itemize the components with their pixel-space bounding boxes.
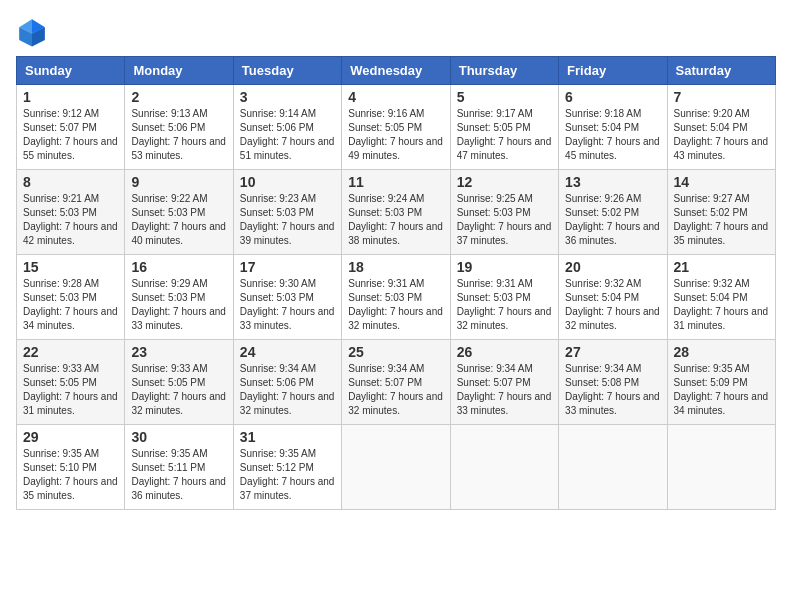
day-info: Sunrise: 9:28 AMSunset: 5:03 PMDaylight:… bbox=[23, 277, 118, 333]
calendar-cell bbox=[559, 425, 667, 510]
calendar-cell: 16 Sunrise: 9:29 AMSunset: 5:03 PMDaylig… bbox=[125, 255, 233, 340]
day-number: 7 bbox=[674, 89, 769, 105]
day-info: Sunrise: 9:35 AMSunset: 5:11 PMDaylight:… bbox=[131, 447, 226, 503]
day-info: Sunrise: 9:32 AMSunset: 5:04 PMDaylight:… bbox=[565, 277, 660, 333]
day-number: 2 bbox=[131, 89, 226, 105]
day-number: 31 bbox=[240, 429, 335, 445]
calendar-cell: 13 Sunrise: 9:26 AMSunset: 5:02 PMDaylig… bbox=[559, 170, 667, 255]
day-number: 3 bbox=[240, 89, 335, 105]
day-number: 21 bbox=[674, 259, 769, 275]
day-info: Sunrise: 9:13 AMSunset: 5:06 PMDaylight:… bbox=[131, 107, 226, 163]
calendar-header-row: SundayMondayTuesdayWednesdayThursdayFrid… bbox=[17, 57, 776, 85]
day-info: Sunrise: 9:16 AMSunset: 5:05 PMDaylight:… bbox=[348, 107, 443, 163]
day-number: 4 bbox=[348, 89, 443, 105]
day-number: 26 bbox=[457, 344, 552, 360]
day-number: 25 bbox=[348, 344, 443, 360]
calendar-week-row: 29 Sunrise: 9:35 AMSunset: 5:10 PMDaylig… bbox=[17, 425, 776, 510]
day-info: Sunrise: 9:31 AMSunset: 5:03 PMDaylight:… bbox=[348, 277, 443, 333]
day-info: Sunrise: 9:32 AMSunset: 5:04 PMDaylight:… bbox=[674, 277, 769, 333]
day-number: 22 bbox=[23, 344, 118, 360]
day-info: Sunrise: 9:17 AMSunset: 5:05 PMDaylight:… bbox=[457, 107, 552, 163]
day-number: 13 bbox=[565, 174, 660, 190]
day-number: 6 bbox=[565, 89, 660, 105]
day-number: 9 bbox=[131, 174, 226, 190]
day-info: Sunrise: 9:27 AMSunset: 5:02 PMDaylight:… bbox=[674, 192, 769, 248]
day-info: Sunrise: 9:21 AMSunset: 5:03 PMDaylight:… bbox=[23, 192, 118, 248]
day-info: Sunrise: 9:22 AMSunset: 5:03 PMDaylight:… bbox=[131, 192, 226, 248]
calendar-cell: 20 Sunrise: 9:32 AMSunset: 5:04 PMDaylig… bbox=[559, 255, 667, 340]
day-info: Sunrise: 9:25 AMSunset: 5:03 PMDaylight:… bbox=[457, 192, 552, 248]
day-number: 17 bbox=[240, 259, 335, 275]
day-info: Sunrise: 9:33 AMSunset: 5:05 PMDaylight:… bbox=[23, 362, 118, 418]
day-info: Sunrise: 9:20 AMSunset: 5:04 PMDaylight:… bbox=[674, 107, 769, 163]
header-sunday: Sunday bbox=[17, 57, 125, 85]
day-info: Sunrise: 9:24 AMSunset: 5:03 PMDaylight:… bbox=[348, 192, 443, 248]
calendar-table: SundayMondayTuesdayWednesdayThursdayFrid… bbox=[16, 56, 776, 510]
day-info: Sunrise: 9:35 AMSunset: 5:09 PMDaylight:… bbox=[674, 362, 769, 418]
day-number: 27 bbox=[565, 344, 660, 360]
calendar-cell: 24 Sunrise: 9:34 AMSunset: 5:06 PMDaylig… bbox=[233, 340, 341, 425]
calendar-cell: 17 Sunrise: 9:30 AMSunset: 5:03 PMDaylig… bbox=[233, 255, 341, 340]
calendar-cell: 19 Sunrise: 9:31 AMSunset: 5:03 PMDaylig… bbox=[450, 255, 558, 340]
calendar-cell: 12 Sunrise: 9:25 AMSunset: 5:03 PMDaylig… bbox=[450, 170, 558, 255]
day-number: 28 bbox=[674, 344, 769, 360]
day-info: Sunrise: 9:34 AMSunset: 5:08 PMDaylight:… bbox=[565, 362, 660, 418]
calendar-cell: 1 Sunrise: 9:12 AMSunset: 5:07 PMDayligh… bbox=[17, 85, 125, 170]
header-friday: Friday bbox=[559, 57, 667, 85]
day-number: 23 bbox=[131, 344, 226, 360]
calendar-cell: 5 Sunrise: 9:17 AMSunset: 5:05 PMDayligh… bbox=[450, 85, 558, 170]
day-number: 18 bbox=[348, 259, 443, 275]
calendar-week-row: 8 Sunrise: 9:21 AMSunset: 5:03 PMDayligh… bbox=[17, 170, 776, 255]
day-number: 14 bbox=[674, 174, 769, 190]
logo-icon bbox=[16, 16, 48, 48]
calendar-cell: 11 Sunrise: 9:24 AMSunset: 5:03 PMDaylig… bbox=[342, 170, 450, 255]
calendar-cell: 31 Sunrise: 9:35 AMSunset: 5:12 PMDaylig… bbox=[233, 425, 341, 510]
day-info: Sunrise: 9:14 AMSunset: 5:06 PMDaylight:… bbox=[240, 107, 335, 163]
day-info: Sunrise: 9:34 AMSunset: 5:07 PMDaylight:… bbox=[457, 362, 552, 418]
calendar-cell: 27 Sunrise: 9:34 AMSunset: 5:08 PMDaylig… bbox=[559, 340, 667, 425]
day-info: Sunrise: 9:18 AMSunset: 5:04 PMDaylight:… bbox=[565, 107, 660, 163]
calendar-cell: 3 Sunrise: 9:14 AMSunset: 5:06 PMDayligh… bbox=[233, 85, 341, 170]
header-thursday: Thursday bbox=[450, 57, 558, 85]
calendar-cell: 4 Sunrise: 9:16 AMSunset: 5:05 PMDayligh… bbox=[342, 85, 450, 170]
day-number: 12 bbox=[457, 174, 552, 190]
day-info: Sunrise: 9:29 AMSunset: 5:03 PMDaylight:… bbox=[131, 277, 226, 333]
calendar-cell: 8 Sunrise: 9:21 AMSunset: 5:03 PMDayligh… bbox=[17, 170, 125, 255]
day-number: 24 bbox=[240, 344, 335, 360]
day-number: 30 bbox=[131, 429, 226, 445]
day-number: 20 bbox=[565, 259, 660, 275]
page-header bbox=[16, 16, 776, 48]
calendar-cell: 9 Sunrise: 9:22 AMSunset: 5:03 PMDayligh… bbox=[125, 170, 233, 255]
calendar-week-row: 1 Sunrise: 9:12 AMSunset: 5:07 PMDayligh… bbox=[17, 85, 776, 170]
calendar-cell: 29 Sunrise: 9:35 AMSunset: 5:10 PMDaylig… bbox=[17, 425, 125, 510]
calendar-week-row: 15 Sunrise: 9:28 AMSunset: 5:03 PMDaylig… bbox=[17, 255, 776, 340]
day-info: Sunrise: 9:34 AMSunset: 5:06 PMDaylight:… bbox=[240, 362, 335, 418]
calendar-cell: 25 Sunrise: 9:34 AMSunset: 5:07 PMDaylig… bbox=[342, 340, 450, 425]
calendar-cell: 22 Sunrise: 9:33 AMSunset: 5:05 PMDaylig… bbox=[17, 340, 125, 425]
day-info: Sunrise: 9:35 AMSunset: 5:10 PMDaylight:… bbox=[23, 447, 118, 503]
calendar-cell: 30 Sunrise: 9:35 AMSunset: 5:11 PMDaylig… bbox=[125, 425, 233, 510]
day-info: Sunrise: 9:12 AMSunset: 5:07 PMDaylight:… bbox=[23, 107, 118, 163]
calendar-cell: 14 Sunrise: 9:27 AMSunset: 5:02 PMDaylig… bbox=[667, 170, 775, 255]
calendar-cell bbox=[667, 425, 775, 510]
calendar-cell: 26 Sunrise: 9:34 AMSunset: 5:07 PMDaylig… bbox=[450, 340, 558, 425]
header-tuesday: Tuesday bbox=[233, 57, 341, 85]
day-info: Sunrise: 9:33 AMSunset: 5:05 PMDaylight:… bbox=[131, 362, 226, 418]
calendar-week-row: 22 Sunrise: 9:33 AMSunset: 5:05 PMDaylig… bbox=[17, 340, 776, 425]
day-number: 16 bbox=[131, 259, 226, 275]
calendar-cell: 21 Sunrise: 9:32 AMSunset: 5:04 PMDaylig… bbox=[667, 255, 775, 340]
day-number: 29 bbox=[23, 429, 118, 445]
calendar-cell bbox=[342, 425, 450, 510]
header-saturday: Saturday bbox=[667, 57, 775, 85]
calendar-cell: 23 Sunrise: 9:33 AMSunset: 5:05 PMDaylig… bbox=[125, 340, 233, 425]
day-info: Sunrise: 9:26 AMSunset: 5:02 PMDaylight:… bbox=[565, 192, 660, 248]
logo bbox=[16, 16, 54, 48]
day-number: 10 bbox=[240, 174, 335, 190]
calendar-cell bbox=[450, 425, 558, 510]
day-info: Sunrise: 9:34 AMSunset: 5:07 PMDaylight:… bbox=[348, 362, 443, 418]
calendar-cell: 28 Sunrise: 9:35 AMSunset: 5:09 PMDaylig… bbox=[667, 340, 775, 425]
day-number: 1 bbox=[23, 89, 118, 105]
day-number: 8 bbox=[23, 174, 118, 190]
day-info: Sunrise: 9:31 AMSunset: 5:03 PMDaylight:… bbox=[457, 277, 552, 333]
calendar-cell: 18 Sunrise: 9:31 AMSunset: 5:03 PMDaylig… bbox=[342, 255, 450, 340]
